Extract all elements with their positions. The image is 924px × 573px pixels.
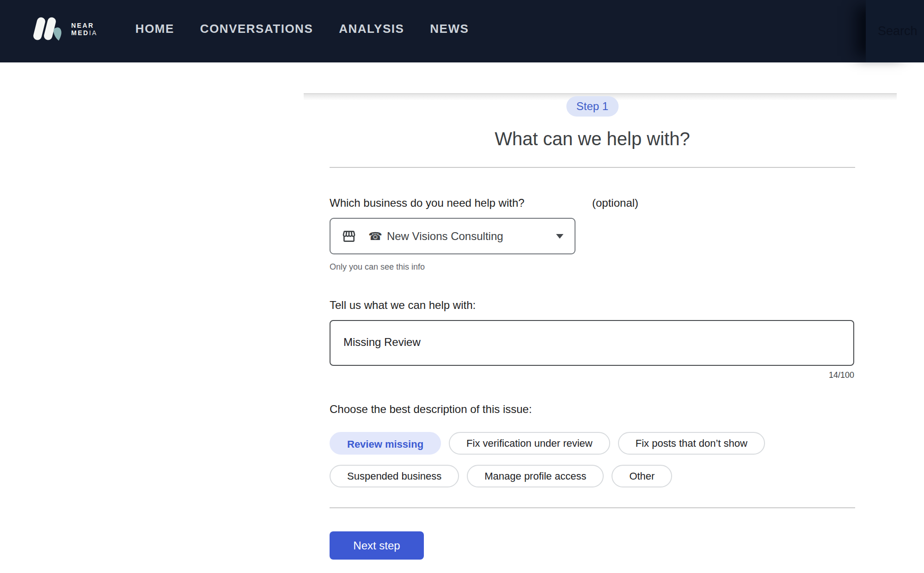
issue-chip-row-2: Suspended business Manage profile access…	[330, 465, 672, 487]
near-media-logo-text: NEAR MEDIA	[71, 22, 98, 37]
nav-inner: NEAR MEDIA HOME CONVERSATIONS ANALYSIS N…	[0, 0, 469, 62]
business-value: ☎New Visions Consulting	[368, 230, 503, 243]
chip-other[interactable]: Other	[612, 465, 672, 487]
issue-chip-row-1: Review missing Fix verification under re…	[330, 432, 765, 455]
optional-label: (optional)	[592, 197, 638, 209]
page-title: What can we help with?	[330, 129, 855, 149]
next-step-button[interactable]: Next step	[330, 531, 424, 560]
search-label: Search	[866, 24, 918, 38]
nav-item-news[interactable]: NEWS	[430, 22, 469, 36]
nav-item-analysis[interactable]: ANALYSIS	[339, 22, 404, 36]
chip-fix-posts[interactable]: Fix posts that don’t show	[618, 432, 765, 455]
chip-suspended-business[interactable]: Suspended business	[330, 465, 459, 487]
business-helper-text: Only you can see this info	[330, 262, 425, 272]
title-divider	[330, 167, 855, 168]
char-counter: 14/100	[330, 370, 854, 380]
nav-item-home[interactable]: HOME	[135, 22, 174, 36]
near-media-logo[interactable]: NEAR MEDIA	[32, 17, 98, 42]
chip-review-missing[interactable]: Review missing	[330, 432, 441, 455]
near-media-logo-icon	[32, 17, 64, 42]
chip-manage-profile-access[interactable]: Manage profile access	[467, 465, 604, 487]
issue-label: Choose the best description of this issu…	[330, 403, 532, 415]
issue-label-row: Choose the best description of this issu…	[330, 403, 532, 416]
help-form-card: Step 1 What can we help with? Which busi…	[304, 93, 897, 573]
logo-line1: NEAR	[71, 22, 94, 29]
step-badge: Step 1	[566, 96, 618, 117]
footer-divider	[330, 507, 855, 508]
description-input[interactable]	[330, 320, 854, 366]
description-label-row: Tell us what we can help with:	[330, 299, 476, 312]
business-label-row: Which business do you need help with? (o…	[330, 197, 855, 209]
dropdown-caret-icon	[556, 234, 563, 239]
business-select[interactable]: ☎New Visions Consulting	[330, 218, 575, 254]
top-navbar: NEAR MEDIA HOME CONVERSATIONS ANALYSIS N…	[0, 0, 924, 62]
business-question-label: Which business do you need help with?	[330, 197, 525, 209]
phone-icon: ☎	[368, 230, 382, 242]
storefront-icon	[342, 229, 356, 244]
nav-menu: HOME CONVERSATIONS ANALYSIS NEWS	[135, 22, 469, 36]
nav-item-conversations[interactable]: CONVERSATIONS	[200, 22, 313, 36]
help-form-content: Step 1 What can we help with? Which busi…	[330, 94, 855, 573]
search-panel[interactable]: Search	[866, 0, 924, 62]
business-name: New Visions Consulting	[387, 230, 503, 242]
logo-line2-light: IA	[89, 29, 98, 37]
chip-fix-verification[interactable]: Fix verification under review	[449, 432, 610, 455]
description-label: Tell us what we can help with:	[330, 299, 476, 311]
logo-line2-bold: MED	[71, 29, 89, 37]
